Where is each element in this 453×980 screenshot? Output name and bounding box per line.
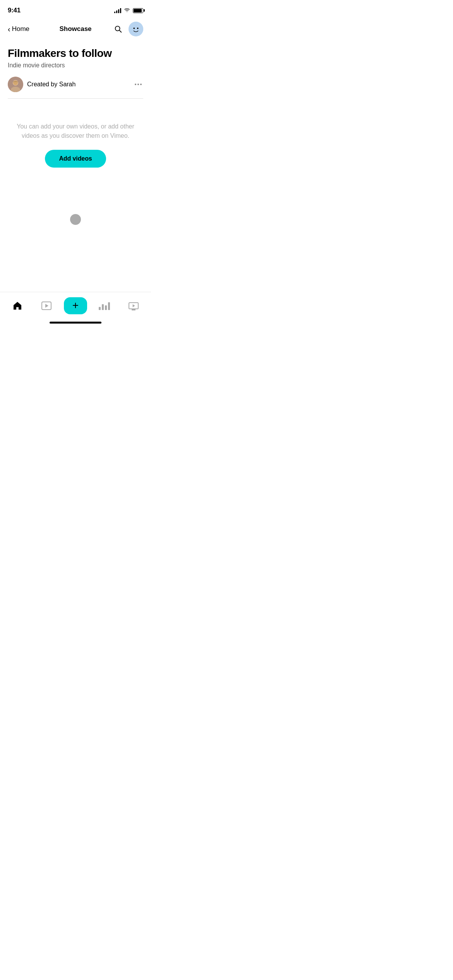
creator-avatar [8,77,23,92]
loading-indicator [70,214,81,225]
page-subtitle: Indie movie directors [8,62,143,69]
svg-point-3 [133,27,135,29]
plus-icon: + [72,300,79,311]
search-button[interactable] [112,23,124,35]
tab-screen[interactable] [119,296,148,315]
tab-home[interactable] [3,296,32,315]
back-label: Home [12,25,29,33]
creator-name: Created by Sarah [27,81,76,88]
chevron-left-icon: ‹ [8,25,10,33]
play-triangle-icon [45,304,48,308]
page-title: Filmmakers to follow [8,47,143,60]
nav-title: Showcase [59,25,91,33]
screen-icon [129,302,139,309]
battery-icon [133,8,143,13]
svg-point-4 [137,27,139,29]
more-options-button[interactable] [133,82,143,87]
search-icon [114,25,122,33]
home-icon [12,301,22,311]
status-icons [114,8,143,13]
signal-bars-icon [114,8,121,13]
tab-videos[interactable] [32,296,61,315]
videos-icon [41,302,51,310]
stats-bar-4 [108,302,110,310]
add-button[interactable]: + [64,297,87,314]
home-bar-indicator [50,322,101,324]
screen-play-icon [132,304,135,307]
status-time: 9:41 [8,7,21,14]
page-content: Filmmakers to follow Indie movie directo… [0,41,151,99]
svg-point-9 [13,81,18,85]
stats-icon [99,302,110,310]
empty-state: You can add your own videos, or add othe… [0,99,151,168]
more-dot-3 [140,84,142,85]
user-avatar[interactable] [129,22,143,36]
more-dot-1 [135,84,136,85]
creator-row: Created by Sarah [8,77,143,99]
stats-bar-2 [102,304,104,310]
svg-line-1 [119,30,121,32]
wifi-icon [124,8,130,13]
add-videos-button[interactable]: Add videos [45,150,106,168]
creator-avatar-image [8,77,23,92]
nav-actions [112,22,143,36]
stats-bar-3 [105,305,107,310]
stats-bar-1 [99,307,101,310]
status-bar: 9:41 [0,0,151,19]
avatar-face-icon [129,22,143,36]
back-button[interactable]: ‹ Home [8,25,29,33]
empty-description: You can add your own videos, or add othe… [12,122,139,140]
tab-stats[interactable] [90,296,119,315]
nav-bar: ‹ Home Showcase [0,19,151,41]
creator-info: Created by Sarah [8,77,76,92]
more-dot-2 [137,84,139,85]
tab-add[interactable]: + [61,296,90,315]
svg-point-2 [129,22,143,36]
